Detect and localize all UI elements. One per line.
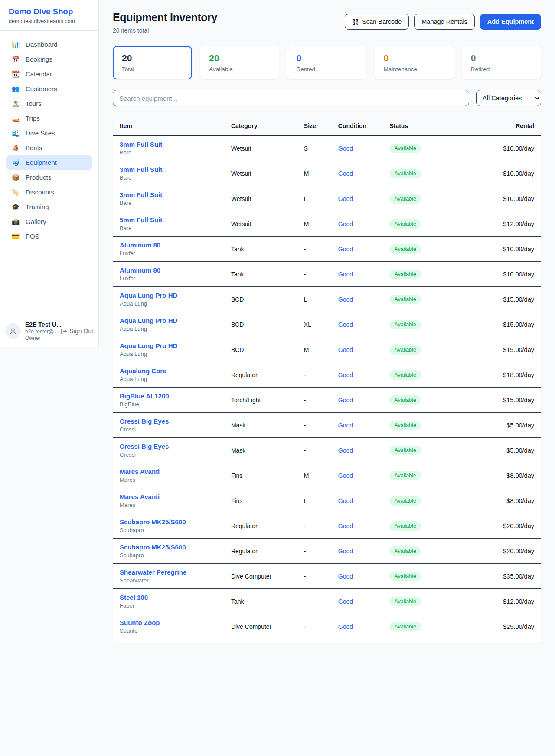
boats-icon: ⛵ — [11, 145, 20, 151]
equipment-item-link[interactable]: 3mm Full Suit — [120, 191, 217, 198]
sidebar-item-label: Bookings — [26, 56, 52, 63]
equipment-item-link[interactable]: Suunto Zoop — [120, 619, 217, 626]
equipment-item-link[interactable]: 5mm Full Suit — [120, 216, 217, 224]
equipment-condition-link[interactable]: Good — [338, 246, 353, 253]
avatar — [5, 323, 21, 339]
equipment-category: Regulator — [224, 362, 297, 388]
sidebar-item[interactable]: ⛵ Boats — [6, 141, 92, 155]
equipment-row: Suunto Zoop Suunto Dive Computer - Good … — [113, 614, 541, 639]
equipment-item-brand: Aqua Lung — [120, 325, 217, 332]
page-title: Equipment Inventory — [113, 11, 217, 24]
equipment-condition-link[interactable]: Good — [338, 447, 353, 454]
equipment-row: Steel 100 Faber Tank - Good Available $1… — [113, 589, 541, 614]
stat-card[interactable]: 20 Total — [113, 46, 192, 79]
equipment-size: - — [297, 513, 331, 539]
equipment-item-link[interactable]: BigBlue AL1200 — [120, 392, 217, 400]
sidebar-item[interactable]: 🤿 Equipment — [6, 155, 92, 170]
equipment-condition-link[interactable]: Good — [338, 371, 353, 378]
equipment-condition-link[interactable]: Good — [338, 497, 353, 504]
scan-barcode-button[interactable]: Scan Barcode — [345, 14, 409, 30]
equipment-category: Wetsuit — [224, 186, 297, 211]
sidebar-item[interactable]: 📊 Dashboard — [6, 37, 92, 52]
equipment-item-link[interactable]: 3mm Full Suit — [120, 166, 217, 173]
equipment-item-link[interactable]: Aqua Lung Pro HD — [120, 342, 217, 349]
brand-header: Demo Dive Shop demo.test.divestreams.com — [0, 0, 98, 31]
brand-title[interactable]: Demo Dive Shop — [9, 7, 90, 16]
sign-out-button[interactable]: Sign Out — [61, 328, 93, 335]
equipment-item-link[interactable]: Aqua Lung Pro HD — [120, 317, 217, 324]
sidebar-item[interactable]: 🏷️ Discounts — [6, 185, 92, 199]
equipment-item-brand: BigBlue — [120, 401, 217, 408]
equipment-item-link[interactable]: Mares Avanti — [120, 493, 217, 500]
discounts-icon: 🏷️ — [11, 189, 20, 195]
sidebar-item[interactable]: 📆 Calendar — [6, 67, 92, 81]
stat-card[interactable]: 0 Retired — [462, 46, 541, 79]
equipment-condition-link[interactable]: Good — [338, 598, 353, 605]
sidebar-item[interactable]: 🎓 Training — [6, 200, 92, 214]
equipment-condition-link[interactable]: Good — [338, 220, 353, 227]
sidebar-item-label: POS — [26, 233, 39, 240]
sidebar-item[interactable]: 📅 Bookings — [6, 52, 92, 66]
equipment-item-link[interactable]: Aqua Lung Pro HD — [120, 292, 217, 299]
equipment-condition-link[interactable]: Good — [338, 397, 353, 404]
stats-row: 20 Total 20 Available 0 Rented 0 Mainten… — [113, 46, 541, 79]
equipment-rental-rate: $20.00/day — [468, 539, 541, 564]
equipment-item-brand: Bare — [120, 174, 217, 181]
sidebar-item-label: Dive Sites — [26, 129, 55, 137]
equipment-condition-link[interactable]: Good — [338, 170, 353, 177]
equipment-rental-rate: $35.00/day — [468, 564, 541, 589]
scan-barcode-label: Scan Barcode — [362, 18, 402, 25]
sidebar-item[interactable]: 🏝️ Tours — [6, 96, 92, 111]
equipment-item-link[interactable]: Scubapro MK25/S600 — [120, 543, 217, 551]
equipment-condition-link[interactable]: Good — [338, 623, 353, 630]
equipment-condition-link[interactable]: Good — [338, 472, 353, 479]
equipment-item-link[interactable]: Mares Avanti — [120, 468, 217, 475]
add-equipment-button[interactable]: Add Equipment — [480, 14, 541, 30]
equipment-condition-link[interactable]: Good — [338, 145, 353, 152]
equipment-rental-rate: $10.00/day — [468, 161, 541, 186]
equipment-item-link[interactable]: Shearwater Peregrine — [120, 569, 217, 576]
equipment-item-link[interactable]: Scubapro MK25/S600 — [120, 518, 217, 526]
equipment-row: Aluminum 80 Luxfer Tank - Good Available… — [113, 237, 541, 262]
manage-rentals-button[interactable]: Manage Rentals — [414, 14, 475, 30]
equipment-size: XL — [297, 312, 331, 337]
sidebar-item[interactable]: 👥 Customers — [6, 82, 92, 96]
sidebar-item[interactable]: 🌊 Dive Sites — [6, 126, 92, 140]
sidebar-item[interactable]: 💳 POS — [6, 229, 92, 243]
equipment-item-link[interactable]: 3mm Full Suit — [120, 141, 217, 148]
equipment-condition-link[interactable]: Good — [338, 573, 353, 580]
equipment-item-link[interactable]: Aluminum 80 — [120, 266, 217, 274]
status-badge: Available — [389, 521, 421, 531]
equipment-condition-link[interactable]: Good — [338, 523, 353, 529]
products-icon: 📦 — [11, 174, 20, 181]
equipment-condition-link[interactable]: Good — [338, 195, 353, 202]
equipment-item-brand: Mares — [120, 502, 217, 508]
equipment-item-link[interactable]: Steel 100 — [120, 594, 217, 601]
equipment-condition-link[interactable]: Good — [338, 346, 353, 353]
equipment-rental-rate: $8.00/day — [468, 488, 541, 513]
status-badge: Available — [389, 345, 421, 355]
sidebar-item[interactable]: 🚤 Trips — [6, 111, 92, 125]
equipment-item-link[interactable]: Cressi Big Eyes — [120, 443, 217, 450]
page-header: Equipment Inventory 20 items total Scan … — [113, 11, 541, 34]
equipment-condition-link[interactable]: Good — [338, 321, 353, 328]
equipment-item-link[interactable]: Aluminum 80 — [120, 241, 217, 249]
equipment-item-link[interactable]: Aqualung Core — [120, 367, 217, 375]
equipment-row: 5mm Full Suit Bare Wetsuit M Good Availa… — [113, 211, 541, 237]
equipment-item-link[interactable]: Cressi Big Eyes — [120, 417, 217, 425]
equipment-condition-link[interactable]: Good — [338, 548, 353, 555]
equipment-item-brand: Aqua Lung — [120, 351, 217, 357]
sidebar-item[interactable]: 📦 Products — [6, 170, 92, 184]
equipment-condition-link[interactable]: Good — [338, 296, 353, 303]
barcode-qr-icon — [352, 19, 359, 25]
sidebar-item[interactable]: 📸 Gallery — [6, 214, 92, 229]
category-select[interactable]: All Categories — [476, 90, 541, 106]
search-input[interactable] — [113, 90, 469, 106]
stat-card[interactable]: 20 Available — [200, 46, 279, 79]
equipment-row: Mares Avanti Mares Fins M Good Available… — [113, 463, 541, 488]
equipment-condition-link[interactable]: Good — [338, 271, 353, 278]
stat-card[interactable]: 0 Rented — [287, 46, 366, 79]
equipment-condition-link[interactable]: Good — [338, 422, 353, 429]
status-badge: Available — [389, 395, 421, 405]
stat-card[interactable]: 0 Maintenance — [375, 46, 454, 79]
